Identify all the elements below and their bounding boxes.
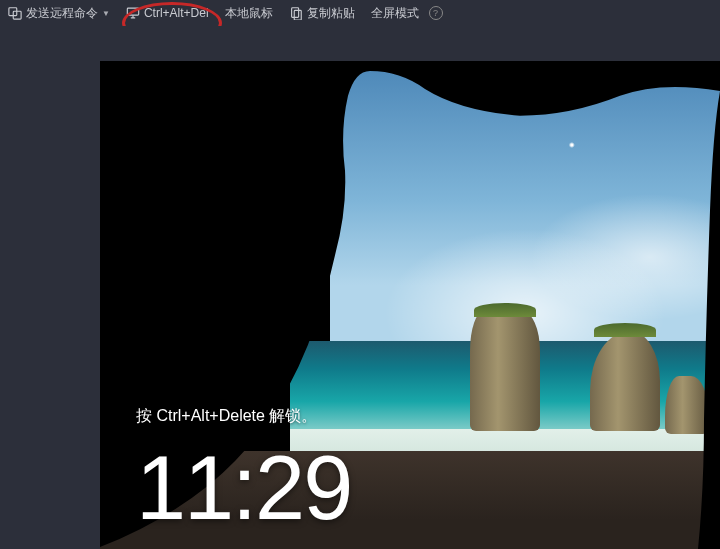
wallpaper-seastack (665, 376, 709, 434)
wallpaper-sky (330, 61, 720, 341)
svg-rect-4 (294, 10, 301, 20)
copy-paste-button[interactable]: 复制粘贴 (289, 5, 355, 22)
local-mouse-label: 本地鼠标 (225, 5, 273, 22)
monitor-icon (126, 6, 140, 20)
ctrl-alt-del-button[interactable]: Ctrl+Alt+Del (126, 6, 209, 20)
remote-screen[interactable]: 按 Ctrl+Alt+Delete 解锁。 11:29 (100, 61, 720, 549)
lockscreen-time: 11:29 (136, 443, 351, 533)
fullscreen-label: 全屏模式 (371, 5, 419, 22)
send-remote-command-menu[interactable]: 发送远程命令 ▼ (8, 5, 110, 22)
svg-rect-3 (291, 8, 298, 18)
send-remote-command-label: 发送远程命令 (26, 5, 98, 22)
help-icon[interactable]: ? (429, 6, 443, 20)
remote-toolbar: 发送远程命令 ▼ Ctrl+Alt+Del 本地鼠标 复制粘贴 全屏模式 ? (0, 0, 720, 26)
remote-viewer: 按 Ctrl+Alt+Delete 解锁。 11:29 (0, 26, 720, 549)
local-mouse-button[interactable]: 本地鼠标 (225, 5, 273, 22)
chevron-down-icon: ▼ (102, 9, 110, 18)
ctrl-alt-del-label: Ctrl+Alt+Del (144, 6, 209, 20)
lockscreen-unlock-text: 按 Ctrl+Alt+Delete 解锁。 (136, 406, 317, 427)
viewer-side-gutter (0, 26, 100, 549)
clipboard-icon (289, 6, 303, 20)
command-icon (8, 6, 22, 20)
wallpaper-seastack (470, 311, 540, 431)
svg-rect-2 (127, 8, 138, 15)
copy-paste-label: 复制粘贴 (307, 5, 355, 22)
fullscreen-button[interactable]: 全屏模式 ? (371, 5, 443, 22)
